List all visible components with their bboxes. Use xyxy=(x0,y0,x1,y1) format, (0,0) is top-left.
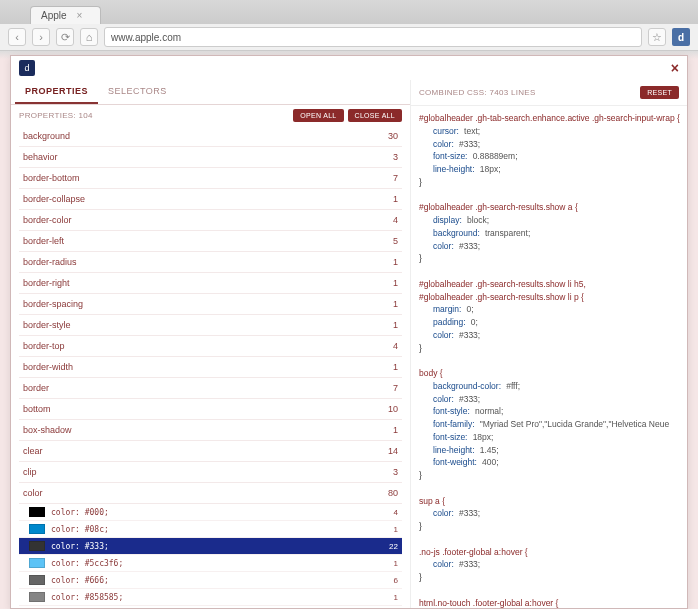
property-name: border-collapse xyxy=(23,194,85,204)
property-count: 1 xyxy=(393,278,398,288)
property-name: border-radius xyxy=(23,257,77,267)
color-swatch xyxy=(29,558,45,568)
properties-count-label: PROPERTIES: 104 xyxy=(19,111,93,120)
property-row[interactable]: border-style1 xyxy=(19,315,402,336)
property-name: behavior xyxy=(23,152,58,162)
main-tabs: PROPERTIES SELECTORS xyxy=(11,80,410,105)
property-count: 1 xyxy=(393,194,398,204)
combined-css-label: COMBINED CSS: 7403 LINES xyxy=(419,88,536,97)
property-count: 30 xyxy=(388,131,398,141)
property-row[interactable]: background30 xyxy=(19,126,402,147)
property-row[interactable]: behavior3 xyxy=(19,147,402,168)
panel-header: d × xyxy=(11,56,687,80)
property-name: border-left xyxy=(23,236,64,246)
property-count: 4 xyxy=(393,215,398,225)
color-value-row[interactable]: color: #5cc3f6;1 xyxy=(19,555,402,572)
property-row[interactable]: border-left5 xyxy=(19,231,402,252)
browser-tab[interactable]: Apple × xyxy=(30,6,101,24)
property-row[interactable]: border-radius1 xyxy=(19,252,402,273)
property-row[interactable]: border-width1 xyxy=(19,357,402,378)
color-swatch xyxy=(29,592,45,602)
property-row[interactable]: clip3 xyxy=(19,462,402,483)
property-row[interactable]: border7 xyxy=(19,378,402,399)
reload-button[interactable]: ⟳ xyxy=(56,28,74,46)
color-value-row[interactable]: color: #08c;1 xyxy=(19,521,402,538)
color-value-count: 22 xyxy=(389,542,398,551)
property-row[interactable]: border-bottom7 xyxy=(19,168,402,189)
property-name: border-right xyxy=(23,278,70,288)
color-value-count: 1 xyxy=(394,559,398,568)
left-pane: PROPERTIES SELECTORS PROPERTIES: 104 OPE… xyxy=(11,80,411,608)
color-value-text: color: #333; xyxy=(51,542,109,551)
color-value-text: color: #666; xyxy=(51,576,109,585)
property-name: border-top xyxy=(23,341,65,351)
property-count: 1 xyxy=(393,320,398,330)
property-count: 1 xyxy=(393,299,398,309)
property-count: 1 xyxy=(393,257,398,267)
home-button[interactable]: ⌂ xyxy=(80,28,98,46)
right-header: COMBINED CSS: 7403 LINES RESET xyxy=(411,80,687,106)
property-name: box-shadow xyxy=(23,425,72,435)
back-button[interactable]: ‹ xyxy=(8,28,26,46)
property-count: 3 xyxy=(393,152,398,162)
color-value-row[interactable]: color: #858585;1 xyxy=(19,589,402,606)
right-pane: COMBINED CSS: 7403 LINES RESET #globalhe… xyxy=(411,80,687,608)
color-value-text: color: #08c; xyxy=(51,525,109,534)
property-row[interactable]: border-right1 xyxy=(19,273,402,294)
panel-logo: d xyxy=(19,60,35,76)
property-name: border-bottom xyxy=(23,173,80,183)
property-row[interactable]: clear14 xyxy=(19,441,402,462)
property-name: bottom xyxy=(23,404,51,414)
color-swatch xyxy=(29,507,45,517)
color-value-row[interactable]: color: #666;6 xyxy=(19,572,402,589)
forward-button[interactable]: › xyxy=(32,28,50,46)
color-value-count: 6 xyxy=(394,576,398,585)
property-row[interactable]: border-collapse1 xyxy=(19,189,402,210)
properties-list[interactable]: background30behavior3border-bottom7borde… xyxy=(11,126,410,608)
property-name: color xyxy=(23,488,43,498)
property-count: 3 xyxy=(393,467,398,477)
url-input[interactable] xyxy=(104,27,642,47)
bookmark-icon[interactable]: ☆ xyxy=(648,28,666,46)
properties-subheader: PROPERTIES: 104 OPEN ALL CLOSE ALL xyxy=(11,105,410,126)
property-name: background xyxy=(23,131,70,141)
property-count: 5 xyxy=(393,236,398,246)
property-name: border xyxy=(23,383,49,393)
address-bar: ‹ › ⟳ ⌂ ☆ d xyxy=(0,24,698,50)
open-all-button[interactable]: OPEN ALL xyxy=(293,109,343,122)
property-row[interactable]: bottom10 xyxy=(19,399,402,420)
close-all-button[interactable]: CLOSE ALL xyxy=(348,109,402,122)
tab-properties[interactable]: PROPERTIES xyxy=(15,80,98,104)
color-value-count: 4 xyxy=(394,508,398,517)
property-name: border-width xyxy=(23,362,73,372)
property-row[interactable]: border-top4 xyxy=(19,336,402,357)
color-swatch xyxy=(29,524,45,534)
property-row[interactable]: box-shadow1 xyxy=(19,420,402,441)
color-value-count: 1 xyxy=(394,593,398,602)
property-name: border-style xyxy=(23,320,71,330)
property-count: 1 xyxy=(393,362,398,372)
tab-selectors[interactable]: SELECTORS xyxy=(98,80,177,104)
property-name: border-color xyxy=(23,215,72,225)
property-row[interactable]: color80 xyxy=(19,483,402,504)
property-row[interactable]: border-spacing1 xyxy=(19,294,402,315)
property-count: 7 xyxy=(393,383,398,393)
color-value-text: color: #5cc3f6; xyxy=(51,559,123,568)
color-swatch xyxy=(29,541,45,551)
color-value-row[interactable]: color: #999;13 xyxy=(19,606,402,608)
css-code-area[interactable]: #globalheader .gh-tab-search.enhance.act… xyxy=(411,106,687,608)
property-name: border-spacing xyxy=(23,299,83,309)
tab-close-icon[interactable]: × xyxy=(77,10,83,21)
panel-close-icon[interactable]: × xyxy=(671,60,679,76)
property-count: 1 xyxy=(393,425,398,435)
tab-bar: Apple × xyxy=(0,0,698,24)
extension-icon[interactable]: d xyxy=(672,28,690,46)
property-name: clip xyxy=(23,467,37,477)
color-value-row[interactable]: color: #333;22 xyxy=(19,538,402,555)
color-value-row[interactable]: color: #000;4 xyxy=(19,504,402,521)
reset-button[interactable]: RESET xyxy=(640,86,679,99)
property-row[interactable]: border-color4 xyxy=(19,210,402,231)
color-value-count: 1 xyxy=(394,525,398,534)
devtools-panel: d × PROPERTIES SELECTORS PROPERTIES: 104… xyxy=(10,55,688,609)
property-count: 4 xyxy=(393,341,398,351)
